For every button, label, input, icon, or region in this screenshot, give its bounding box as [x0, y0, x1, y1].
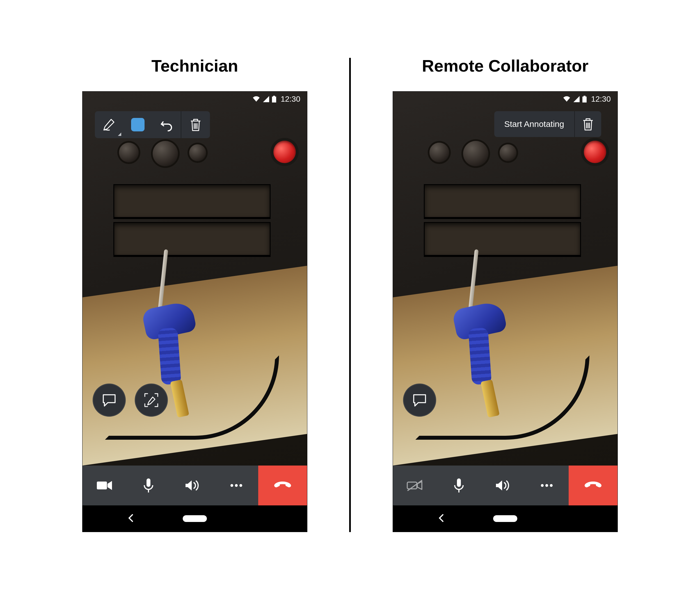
- panel-knob: [429, 143, 449, 162]
- wifi-icon: [252, 96, 260, 102]
- panel-knob: [189, 144, 206, 161]
- more-options-button[interactable]: [214, 466, 258, 505]
- nav-home-button[interactable]: [183, 515, 207, 522]
- svg-rect-12: [458, 489, 459, 492]
- undo-button[interactable]: [152, 111, 181, 138]
- annotate-view-button[interactable]: [135, 384, 168, 417]
- technician-phone-frame: 12:30: [82, 91, 307, 532]
- color-picker-button[interactable]: [123, 111, 152, 138]
- technician-video-feed: 12:30: [83, 91, 307, 466]
- svg-rect-4: [148, 489, 149, 492]
- battery-icon: [582, 96, 587, 103]
- toggle-video-button[interactable]: [393, 466, 437, 505]
- collaborator-phone-frame: 12:30 Start Annotating: [393, 91, 618, 532]
- battery-icon: [272, 96, 276, 103]
- svg-point-13: [541, 484, 544, 487]
- panel-drawer: [424, 222, 581, 256]
- svg-rect-9: [582, 96, 587, 103]
- toggle-mic-button[interactable]: [127, 466, 171, 505]
- android-nav-bar: [83, 505, 307, 532]
- color-swatch: [131, 118, 145, 131]
- svg-rect-3: [147, 478, 151, 487]
- toggle-video-button[interactable]: [83, 466, 127, 505]
- panel-drawer: [113, 222, 271, 256]
- toggle-speaker-button[interactable]: [481, 466, 525, 505]
- collaborator-column: Remote Collaborator: [351, 56, 660, 532]
- annotation-toolbar: Start Annotating: [494, 111, 602, 137]
- svg-rect-11: [457, 478, 461, 487]
- pen-tool-button[interactable]: [95, 111, 123, 138]
- call-control-bar: [83, 466, 307, 505]
- status-bar: 12:30: [393, 91, 617, 107]
- floating-actions: [403, 384, 436, 417]
- start-annotating-button[interactable]: Start Annotating: [494, 111, 575, 137]
- panel-drawer: [424, 184, 581, 218]
- delete-annotations-button[interactable]: [181, 111, 210, 138]
- hangup-button[interactable]: [569, 466, 617, 505]
- android-nav-bar: [393, 505, 617, 532]
- svg-rect-1: [272, 96, 276, 103]
- panel-knob: [119, 143, 139, 162]
- panel-drawer: [113, 184, 271, 218]
- hangup-button[interactable]: [258, 466, 307, 505]
- nav-home-button[interactable]: [493, 515, 517, 522]
- panel-knob: [153, 141, 178, 166]
- svg-rect-2: [97, 481, 107, 489]
- floating-actions: [93, 384, 168, 417]
- collaborator-heading: Remote Collaborator: [422, 56, 588, 76]
- wifi-icon: [563, 96, 571, 102]
- panel-knob: [463, 141, 488, 166]
- toggle-mic-button[interactable]: [437, 466, 481, 505]
- svg-point-6: [235, 484, 238, 487]
- svg-point-15: [550, 484, 553, 487]
- svg-rect-0: [273, 96, 275, 96]
- status-time: 12:30: [281, 94, 300, 104]
- svg-point-7: [239, 484, 242, 487]
- status-time: 12:30: [591, 94, 611, 104]
- more-options-button[interactable]: [525, 466, 569, 505]
- status-bar: 12:30: [83, 91, 307, 107]
- comparison-container: Technician: [0, 0, 700, 532]
- call-control-bar: [393, 466, 617, 505]
- svg-point-5: [231, 484, 233, 487]
- svg-rect-8: [583, 96, 585, 96]
- toggle-speaker-button[interactable]: [170, 466, 214, 505]
- delete-annotations-button[interactable]: [574, 111, 601, 137]
- technician-column: Technician: [40, 56, 349, 532]
- svg-point-14: [545, 484, 548, 487]
- nav-back-button[interactable]: [438, 514, 445, 524]
- technician-heading: Technician: [152, 56, 238, 76]
- chat-button[interactable]: [403, 384, 436, 417]
- collaborator-video-feed: 12:30 Start Annotating: [393, 91, 617, 466]
- nav-back-button[interactable]: [127, 514, 134, 524]
- signal-icon: [573, 96, 580, 102]
- signal-icon: [263, 96, 269, 102]
- panel-knob: [500, 144, 517, 161]
- expand-indicator-icon: [118, 132, 121, 136]
- chat-button[interactable]: [93, 384, 126, 417]
- annotation-toolbar: [95, 111, 210, 138]
